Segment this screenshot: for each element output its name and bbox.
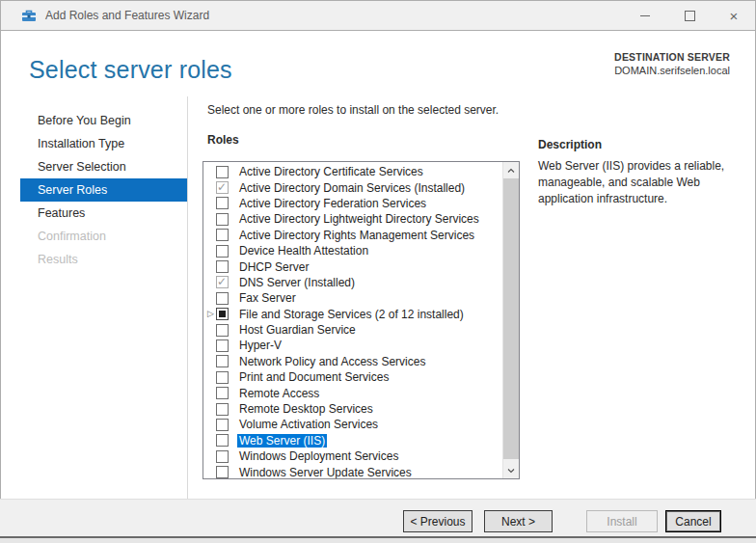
role-label[interactable]: Active Directory Rights Management Servi… [237, 229, 476, 242]
role-label[interactable]: Remote Desktop Services [237, 402, 375, 416]
role-checkbox[interactable] [216, 229, 229, 241]
role-row[interactable]: ▷ Hyper-V [203, 338, 502, 353]
sidebar-step-item[interactable]: Results [0, 248, 187, 271]
minimize-icon [640, 15, 650, 16]
role-checkbox[interactable] [216, 276, 229, 288]
role-label[interactable]: Remote Access [237, 387, 321, 400]
roles-rows: ▷ Active Directory Certificate Services … [203, 162, 502, 478]
window-bottom-strip [0, 538, 756, 543]
role-checkbox[interactable] [216, 403, 229, 416]
role-row[interactable]: ▷ Windows Server Update Services [203, 464, 502, 478]
role-label[interactable]: Active Directory Lightweight Directory S… [237, 212, 481, 226]
role-checkbox[interactable] [216, 450, 229, 463]
role-label[interactable]: File and Storage Services (2 of 12 insta… [237, 308, 466, 321]
role-checkbox[interactable] [216, 308, 229, 320]
role-row[interactable]: ▷ File and Storage Services (2 of 12 ins… [203, 307, 502, 322]
instruction-text: Select one or more roles to install on t… [207, 103, 499, 117]
minimize-button[interactable] [623, 0, 667, 31]
role-label[interactable]: Active Directory Federation Services [237, 197, 428, 210]
role-label[interactable]: Active Directory Certificate Services [237, 165, 425, 178]
role-checkbox[interactable] [216, 387, 229, 399]
title-bar: Add Roles and Features Wizard × [0, 0, 756, 31]
role-row[interactable]: ▷ Remote Desktop Services [203, 401, 502, 417]
sidebar-step-label: Confirmation [38, 230, 106, 243]
role-label[interactable]: Host Guardian Service [237, 323, 358, 337]
roles-scrollbar[interactable] [502, 162, 519, 478]
role-label[interactable]: Windows Deployment Services [237, 449, 400, 463]
role-checkbox[interactable] [216, 419, 229, 431]
scroll-down-button[interactable] [503, 462, 519, 478]
role-row[interactable]: ▷ Network Policy and Access Services [203, 354, 502, 369]
role-checkbox[interactable] [216, 260, 229, 273]
destination-server-label: DESTINATION SERVER [614, 51, 730, 63]
sidebar-step-item[interactable]: Confirmation [0, 225, 187, 248]
role-checkbox[interactable] [216, 434, 229, 447]
role-label[interactable]: Fax Server [237, 291, 298, 305]
sidebar-step-item[interactable]: Features [0, 202, 187, 225]
role-label[interactable]: Volume Activation Services [237, 418, 380, 431]
role-row[interactable]: ▷ Active Directory Lightweight Directory… [203, 211, 502, 227]
role-row[interactable]: ▷ Windows Deployment Services [203, 448, 502, 464]
role-label[interactable]: Windows Server Update Services [237, 466, 414, 478]
next-button[interactable]: Next > [484, 510, 553, 532]
role-row[interactable]: ▷ Fax Server [203, 290, 502, 306]
destination-server-value: DOMAIN.serifselen.local [614, 65, 730, 76]
sidebar-step-item[interactable]: Server Selection [0, 155, 187, 178]
role-label[interactable]: Device Health Attestation [237, 244, 370, 258]
role-row[interactable]: ▷ DNS Server (Installed) [203, 275, 502, 290]
role-label[interactable]: DNS Server (Installed) [237, 276, 357, 289]
role-checkbox[interactable] [216, 245, 229, 258]
role-label[interactable]: Print and Document Services [237, 370, 391, 384]
maximize-button[interactable] [667, 0, 712, 31]
role-checkbox[interactable] [216, 355, 229, 367]
previous-button[interactable]: < Previous [403, 510, 472, 532]
expand-arrow-icon[interactable]: ▷ [205, 310, 216, 318]
role-row[interactable]: ▷ Print and Document Services [203, 369, 502, 385]
destination-server-block: DESTINATION SERVER DOMAIN.serifselen.loc… [614, 51, 730, 76]
role-label[interactable]: Active Directory Domain Services (Instal… [237, 181, 467, 195]
description-heading: Description [538, 138, 602, 151]
role-checkbox[interactable] [216, 197, 229, 209]
role-row[interactable]: ▷ Web Server (IIS) [203, 433, 502, 448]
cancel-button[interactable]: Cancel [665, 510, 721, 532]
role-row[interactable]: ▷ DHCP Server [203, 258, 502, 274]
role-checkbox[interactable] [216, 339, 229, 352]
sidebar-step-label: Installation Type [38, 137, 124, 150]
role-checkbox[interactable] [216, 181, 229, 194]
role-row[interactable]: ▷ Active Directory Federation Services [203, 196, 502, 211]
role-row[interactable]: ▷ Active Directory Rights Management Ser… [203, 228, 502, 243]
role-label[interactable]: DHCP Server [237, 260, 310, 274]
sidebar-step-label: Before You Begin [38, 114, 131, 127]
sidebar-step-item[interactable]: Installation Type [0, 132, 187, 155]
role-row[interactable]: ▷ Device Health Attestation [203, 243, 502, 258]
role-row[interactable]: ▷ Volume Activation Services [203, 417, 502, 432]
role-checkbox[interactable] [216, 213, 229, 226]
role-checkbox[interactable] [216, 166, 229, 178]
close-icon: × [730, 9, 739, 23]
page-title: Select server roles [29, 56, 232, 84]
role-row[interactable]: ▷ Remote Access [203, 385, 502, 400]
role-checkbox[interactable] [216, 292, 229, 305]
roles-list-label: Roles [207, 133, 239, 147]
role-checkbox[interactable] [216, 324, 229, 337]
close-button[interactable]: × [712, 0, 756, 31]
role-label[interactable]: Hyper-V [237, 339, 284, 352]
scrollbar-thumb[interactable] [503, 178, 519, 459]
role-row[interactable]: ▷ Host Guardian Service [203, 322, 502, 338]
role-label[interactable]: Network Policy and Access Services [237, 355, 427, 368]
chevron-up-icon [507, 167, 515, 175]
role-row[interactable]: ▷ Active Directory Domain Services (Inst… [203, 179, 502, 195]
wizard-icon [21, 8, 37, 23]
scroll-up-button[interactable] [503, 162, 519, 178]
sidebar-step-item[interactable]: Server Roles [20, 178, 187, 202]
sidebar-step-item[interactable]: Before You Begin [0, 109, 187, 132]
role-checkbox[interactable] [216, 466, 229, 478]
window-title: Add Roles and Features Wizard [45, 9, 623, 22]
install-button: Install [586, 510, 658, 532]
role-label[interactable]: Web Server (IIS) [237, 434, 327, 448]
chevron-down-icon [507, 467, 515, 475]
role-row[interactable]: ▷ Active Directory Certificate Services [203, 164, 502, 179]
wizard-steps-sidebar: Before You Begin Installation Type Serve… [0, 96, 188, 499]
wizard-window: Add Roles and Features Wizard × Select s… [0, 0, 756, 543]
role-checkbox[interactable] [216, 371, 229, 384]
